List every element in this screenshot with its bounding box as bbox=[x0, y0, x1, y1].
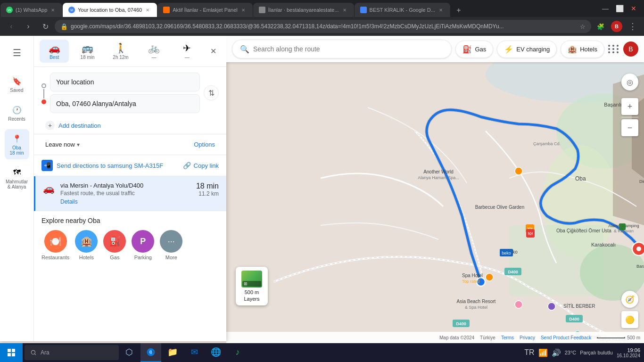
taskbar-explorer[interactable]: 📁 bbox=[162, 343, 183, 362]
tab-best-close[interactable]: ✕ bbox=[437, 6, 445, 14]
parking-label: Parking bbox=[134, 255, 152, 260]
ev-filter-button[interactable]: ⚡ EV charging bbox=[497, 41, 557, 58]
maximize-button[interactable]: ⬜ bbox=[613, 2, 626, 15]
new-tab-button[interactable]: + bbox=[452, 4, 465, 17]
extensions-button[interactable]: 🧩 bbox=[593, 19, 608, 34]
tab-maps[interactable]: M Your location to Oba, 07460 ✕ bbox=[63, 3, 157, 17]
nav-recents[interactable]: 🕐 Recents bbox=[5, 100, 29, 125]
transport-cycling[interactable]: 🚲 — bbox=[139, 40, 168, 63]
browser-menu-button[interactable]: ⋮ bbox=[625, 19, 640, 34]
address-bar[interactable]: 🔒 google.com/maps/dir/36.4898103,32.0961… bbox=[55, 20, 591, 33]
close-directions-button[interactable]: ✕ bbox=[206, 44, 221, 59]
route-dots bbox=[41, 82, 46, 104]
taskbar-cortana[interactable]: ⬡ bbox=[119, 343, 140, 362]
transport-transit[interactable]: 🚌 18 min bbox=[73, 40, 102, 63]
taskbar-edge[interactable] bbox=[140, 343, 161, 362]
explore-gas[interactable]: ⛽ Gas bbox=[103, 230, 126, 260]
svg-rect-55 bbox=[12, 349, 15, 352]
map-data-credit: Map data ©2024 bbox=[439, 335, 474, 340]
reload-button[interactable]: ↻ bbox=[38, 19, 53, 34]
destination-dot bbox=[41, 99, 46, 104]
nav-saved[interactable]: 🔖 Saved bbox=[5, 72, 29, 97]
map-svg: D400 D400 D400 Başarılı Çarşamba Cd. Ano… bbox=[226, 36, 644, 343]
tab-whatsapp[interactable]: W (1) WhatsApp ✕ bbox=[0, 3, 62, 17]
tab-emlakjet-close[interactable]: ✕ bbox=[239, 6, 247, 14]
tab-best[interactable]: BEST KİRALIK - Google D... ✕ bbox=[355, 3, 450, 17]
browser-tabs: W (1) WhatsApp ✕ M Your location to Oba,… bbox=[0, 0, 595, 17]
transport-flight[interactable]: ✈ — bbox=[173, 40, 202, 63]
bookmark-icon[interactable]: ☆ bbox=[580, 23, 586, 30]
tab-whatsapp-close[interactable]: ✕ bbox=[49, 6, 57, 14]
copy-link-button[interactable]: 🔗 Copy link bbox=[183, 162, 219, 169]
windows-icon bbox=[8, 349, 15, 356]
tab-maps-title: Your location to Oba, 07460 bbox=[78, 7, 142, 13]
parking-icon: P bbox=[132, 230, 154, 253]
close-button[interactable]: ✕ bbox=[627, 2, 640, 15]
svg-text:Barbecue Olive Garden: Barbecue Olive Garden bbox=[475, 205, 525, 210]
zoom-in-button[interactable]: + bbox=[621, 98, 638, 115]
location-fields bbox=[50, 73, 200, 113]
send-directions-button[interactable]: 📲 Send directions to samsung SM-A315F bbox=[41, 160, 163, 171]
options-button[interactable]: Options bbox=[190, 138, 219, 151]
zoom-out-button[interactable]: − bbox=[621, 119, 638, 136]
layers-thumbnail: ⊞ bbox=[241, 271, 262, 288]
nav-mahmutlar[interactable]: 🗺 Mahmutlar& Alanya bbox=[5, 163, 29, 193]
explore-parking[interactable]: P Parking bbox=[132, 230, 154, 260]
hotels-filter-icon: 🏨 bbox=[568, 45, 577, 54]
hamburger-menu-button[interactable]: ☰ bbox=[6, 41, 28, 64]
taskbar-spotify[interactable]: ♪ bbox=[227, 343, 248, 362]
account-button[interactable]: B bbox=[609, 19, 624, 34]
grid-dot bbox=[612, 51, 614, 53]
map-feedback-link[interactable]: Send Product Feedback bbox=[541, 335, 591, 340]
taskbar-search-box[interactable]: Ara bbox=[25, 345, 119, 360]
apps-menu-button[interactable] bbox=[608, 45, 619, 53]
leave-now-button[interactable]: Leave now ▾ bbox=[41, 138, 83, 151]
explore-more[interactable]: ··· More bbox=[160, 230, 182, 260]
gas-filter-button[interactable]: ⛽ Gas bbox=[455, 41, 493, 58]
tab-emlakjet[interactable]: Aktif İlanlar - Emlakjet Panel ✕ bbox=[157, 3, 253, 17]
my-location-button[interactable]: ◎ bbox=[621, 74, 638, 90]
transport-walking[interactable]: 🚶 2h 12m bbox=[106, 40, 135, 63]
clock-time: 19:06 bbox=[627, 347, 640, 353]
map-search-box[interactable]: 🔍 bbox=[232, 40, 452, 58]
map-privacy-link[interactable]: Privacy bbox=[520, 335, 535, 340]
svg-text:Alanya Hamam Spa...: Alanya Hamam Spa... bbox=[418, 175, 459, 180]
compass-button[interactable]: 🧭 bbox=[621, 291, 638, 308]
swap-locations-button[interactable]: ⇅ bbox=[204, 85, 219, 100]
back-button[interactable]: ‹ bbox=[4, 19, 19, 34]
start-button[interactable] bbox=[0, 343, 23, 362]
map-search-input[interactable] bbox=[253, 45, 444, 53]
route-details-link[interactable]: Details bbox=[60, 198, 78, 205]
street-view-button[interactable]: 🟡 bbox=[621, 311, 638, 328]
map-search-icon: 🔍 bbox=[240, 45, 249, 54]
destination-input[interactable] bbox=[50, 94, 200, 113]
explore-restaurants[interactable]: 🍽️ Restaurants bbox=[41, 230, 69, 260]
tab-ilanlar[interactable]: İlanlar · bestalanyarealestate... ✕ bbox=[253, 3, 354, 17]
svg-text:Another World: Another World bbox=[423, 169, 454, 174]
ev-filter-icon: ⚡ bbox=[504, 45, 513, 54]
transit-icon: 🚌 bbox=[82, 42, 93, 54]
map-terms-link[interactable]: Terms bbox=[501, 335, 514, 340]
cycling-icon: 🚲 bbox=[148, 42, 160, 54]
explore-hotels[interactable]: 🏨 Hotels bbox=[75, 230, 98, 260]
taskbar-chrome[interactable]: 🌐 bbox=[206, 343, 226, 362]
origin-input[interactable] bbox=[50, 73, 200, 91]
transport-mode-row: 🚗 Best 🚌 18 min 🚶 2h 12m 🚲 — bbox=[34, 36, 226, 67]
forward-button[interactable]: › bbox=[21, 19, 36, 34]
nav-oba[interactable]: 📍 Oba18 min bbox=[5, 129, 29, 159]
tab-maps-close[interactable]: ✕ bbox=[144, 6, 151, 14]
system-clock[interactable]: 19:06 16.10.2024 bbox=[617, 347, 640, 358]
add-destination-button[interactable]: + Add destination bbox=[38, 119, 226, 134]
minimize-button[interactable]: — bbox=[599, 2, 612, 15]
svg-text:SİTİL BERBER: SİTİL BERBER bbox=[563, 303, 595, 309]
layers-button[interactable]: ⊞ 500 m Layers bbox=[236, 267, 268, 305]
hotels-filter-button[interactable]: 🏨 Hotels bbox=[561, 41, 604, 58]
clock-date: 16.10.2024 bbox=[617, 353, 640, 358]
nav-oba-label: Oba18 min bbox=[9, 145, 24, 156]
transport-driving[interactable]: 🚗 Best bbox=[40, 40, 69, 63]
tab-ilanlar-close[interactable]: ✕ bbox=[341, 6, 348, 14]
route-option[interactable]: 🚗 via Mersin - Antalya Yolu/D400 Fastest… bbox=[34, 176, 226, 211]
google-account-avatar[interactable]: B bbox=[623, 41, 638, 57]
language-indicator[interactable]: TR bbox=[524, 348, 534, 357]
taskbar-mail[interactable]: ✉ bbox=[184, 343, 205, 362]
